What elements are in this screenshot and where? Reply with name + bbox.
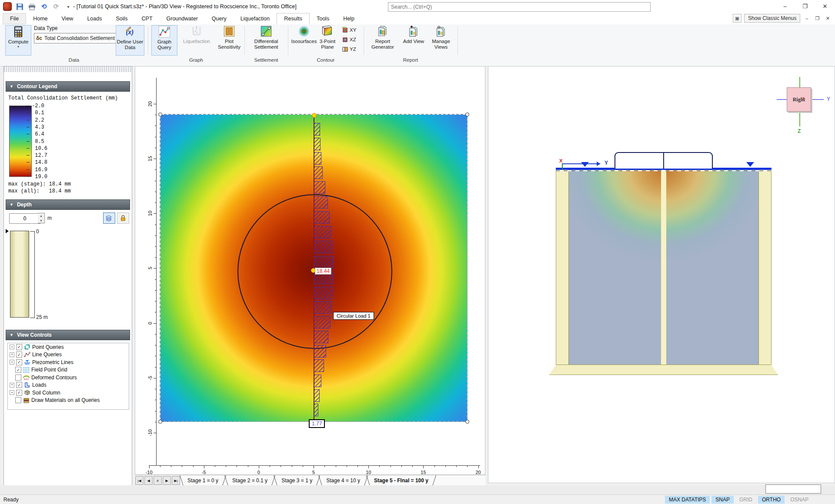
tab-results[interactable]: Results <box>277 13 310 24</box>
query-endpoint-marker[interactable] <box>312 113 317 118</box>
add-view-button[interactable]: Add View <box>402 25 425 55</box>
tab-home[interactable]: Home <box>26 13 54 24</box>
orientation-cube[interactable]: Rightx <box>787 87 811 112</box>
maximize-button[interactable]: ❐ <box>795 0 815 13</box>
stage-tab-bar: |◀◀#▶▶|Stage 1 = 0 yStage 2 = 0.1 yStage… <box>135 475 485 486</box>
tab-liquefaction[interactable]: Liquefaction <box>234 13 277 24</box>
tab-query[interactable]: Query <box>205 13 234 24</box>
stage-tab[interactable]: Stage 5 - FInal = 100 y <box>367 475 435 486</box>
stage-tab[interactable]: Stage 2 = 0.1 y <box>225 475 274 486</box>
vertex-marker[interactable] <box>465 113 469 116</box>
graph-query-button[interactable]: Graph Query <box>151 25 177 56</box>
checkbox[interactable]: ✓ <box>16 382 22 388</box>
stage-nav-button[interactable]: |◀ <box>135 476 144 485</box>
status-toggle-snap[interactable]: SNAP <box>711 496 734 504</box>
query-value-bar <box>314 241 333 253</box>
status-toggle-ortho[interactable]: ORTHO <box>758 496 785 504</box>
svg-text:⚙: ⚙ <box>437 25 441 30</box>
tree-item[interactable]: ✓Field Point Grid <box>8 366 129 374</box>
mdi-close-icon[interactable]: ✕ <box>824 14 832 22</box>
vertex-marker[interactable] <box>158 113 162 116</box>
tab-soils[interactable]: Soils <box>109 13 134 24</box>
differential-settlement-button[interactable]: Differential Settlement <box>247 25 285 55</box>
contour-legend-header[interactable]: ▼ Contour Legend <box>6 81 130 92</box>
manage-views-button[interactable]: ⚙ Manage Views <box>428 25 454 55</box>
depth-stepper[interactable]: ▲▼ <box>38 213 45 223</box>
legend-tick <box>27 148 30 149</box>
tree-item[interactable]: +✓Piezometric Lines <box>8 358 129 366</box>
depth-header[interactable]: ▼ Depth <box>6 199 130 210</box>
checkbox[interactable]: ✓ <box>16 359 22 365</box>
close-button[interactable]: ✕ <box>815 0 835 13</box>
stage-nav-button[interactable]: # <box>154 476 162 485</box>
panel-grip[interactable] <box>4 66 132 72</box>
stage-tab[interactable]: Stage 1 = 0 y <box>180 475 225 486</box>
tab-help[interactable]: Help <box>336 13 361 24</box>
checkbox[interactable] <box>15 375 21 381</box>
checkbox[interactable]: ✓ <box>16 351 22 358</box>
depth-marker-icon[interactable] <box>6 229 9 233</box>
expand-icon[interactable]: + <box>10 345 14 349</box>
tab-tools[interactable]: Tools <box>310 13 336 24</box>
legend-tick <box>27 162 30 162</box>
vertex-marker[interactable] <box>465 420 469 424</box>
three-point-plane-button[interactable]: 3-Point Plane <box>316 25 339 55</box>
tab-view[interactable]: View <box>55 13 80 24</box>
tree-item[interactable]: +✓Point Queries <box>8 343 129 351</box>
show-classic-menus-button[interactable]: Show Classic Menus <box>744 14 800 23</box>
mdi-minimize-icon[interactable]: – <box>803 14 811 22</box>
report-generator-button[interactable]: Report Generator <box>366 25 399 55</box>
compute-button[interactable]: Compute ▾ <box>5 25 31 56</box>
minimize-button[interactable]: – <box>775 0 795 13</box>
stage-tab[interactable]: Stage 4 = 10 y <box>319 475 367 486</box>
expand-icon[interactable]: + <box>10 360 14 365</box>
tree-item[interactable]: +✓Loads <box>8 381 129 389</box>
status-toggle-max-datatips[interactable]: MAX DATATIPS <box>665 496 710 504</box>
print-icon[interactable] <box>27 2 37 11</box>
tab-cpt[interactable]: CPT <box>135 13 160 24</box>
checkbox[interactable]: ✓ <box>16 344 22 350</box>
stage-nav-button[interactable]: ▶| <box>172 476 180 485</box>
yz-plane-button[interactable]: YZ <box>342 44 356 54</box>
checkbox[interactable]: ✓ <box>15 367 21 373</box>
soil-block-base <box>549 365 778 375</box>
ribbon-pin-icon[interactable]: ▣ <box>733 14 741 23</box>
search-input[interactable] <box>388 2 651 12</box>
stage-tab[interactable]: Stage 3 = 1 y <box>274 475 319 486</box>
legend-tick <box>27 120 30 120</box>
checkbox[interactable]: ✓ <box>16 390 22 396</box>
mdi-restore-icon[interactable]: ❐ <box>813 14 821 22</box>
undo-icon[interactable]: ⟲ <box>39 2 49 11</box>
xy-plane-button[interactable]: XY <box>342 25 356 35</box>
isosurfaces-button[interactable]: Isosurfaces <box>291 25 317 55</box>
tree-item[interactable]: +✓Soil Column <box>8 389 129 397</box>
expand-icon[interactable]: + <box>10 390 14 395</box>
status-toggle-osnap[interactable]: OSNAP <box>786 496 812 504</box>
3d-view[interactable]: Rightx Y Z X Y <box>488 66 835 483</box>
tab-groundwater[interactable]: Groundwater <box>160 13 205 24</box>
depth-input[interactable] <box>9 213 40 224</box>
layers-icon[interactable] <box>103 212 115 224</box>
customize-toolbar-icon[interactable]: ▾ <box>63 2 73 11</box>
define-user-data-button[interactable]: (x) Define User Data <box>116 25 144 56</box>
xz-plane-button[interactable]: XZ <box>342 35 356 44</box>
tree-item[interactable]: +✓Line Queries <box>8 351 129 359</box>
tree-item[interactable]: Draw Materials on all Queries <box>8 397 129 405</box>
checkbox[interactable] <box>15 397 21 403</box>
stage-nav-button[interactable]: ▶ <box>163 476 171 485</box>
plan-view[interactable]: 18.44 Circular Load 1 1.77 -10-505101520… <box>135 66 485 475</box>
plot-sensitivity-button[interactable]: Plot Sensitivity <box>216 25 243 55</box>
tree-item[interactable]: Deformed Contours <box>8 374 129 381</box>
expand-icon[interactable]: + <box>10 383 14 388</box>
lock-icon[interactable] <box>117 212 129 224</box>
x-tick-label: -10 <box>146 470 153 475</box>
tab-loads[interactable]: Loads <box>80 13 109 24</box>
vertex-marker[interactable] <box>158 420 162 424</box>
tab-file[interactable]: File <box>3 13 26 24</box>
save-icon[interactable] <box>15 2 24 11</box>
stage-nav-button[interactable]: ◀ <box>144 476 153 485</box>
view-controls-header[interactable]: ▼ View Controls <box>6 330 130 340</box>
expand-icon[interactable]: + <box>10 352 14 357</box>
tree-item-label: Deformed Contours <box>31 375 77 381</box>
status-toggle-grid[interactable]: GRID <box>735 496 756 504</box>
